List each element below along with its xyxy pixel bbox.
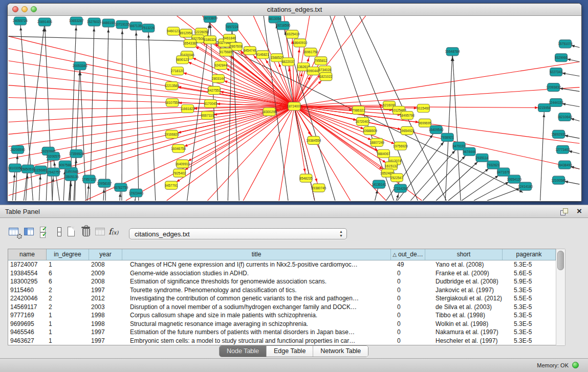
graph-node-label: 8471676 [497, 170, 510, 174]
graph-node-label: 12773403 [555, 148, 570, 151]
table-cell: 2 [47, 286, 89, 295]
column-header-pagerank[interactable]: pagerank [503, 249, 556, 260]
tab-node-table[interactable]: Node Table [220, 346, 267, 357]
create-column-button[interactable] [66, 225, 80, 239]
select-rows-button[interactable]: ✓ ✓ [38, 225, 52, 239]
show-columns-button[interactable] [23, 225, 37, 239]
memory-status-icon[interactable] [572, 362, 579, 368]
graph-node-label: 12444153 [549, 101, 563, 104]
table-row[interactable]: 1872400712008Changes of HCN gene express… [8, 260, 556, 269]
close-panel-icon[interactable]: × [577, 206, 582, 217]
window-titlebar[interactable]: citations_edges.txt [8, 4, 581, 16]
graph-node-label: 9115460 [417, 106, 430, 110]
graph-node-label: 9890121 [176, 58, 189, 61]
table-cell: 2012 [89, 294, 122, 303]
table-cell: 9777169 [8, 311, 47, 320]
table-header-row: namein_degreeyeartitle△out_de…shortpager… [8, 249, 556, 260]
table-cell: 19384554 [8, 269, 47, 278]
table-row[interactable]: 1830029562008Estimation of significance … [8, 277, 556, 286]
graph-node-label: 19384554 [307, 139, 321, 142]
graph-node-label: 8813054 [269, 17, 282, 20]
graph-node-label: 9460123 [167, 29, 180, 33]
table-cell: 1997 [89, 328, 122, 337]
merge-icon [57, 227, 61, 236]
table-panel-header: Table Panel × [0, 205, 588, 218]
delete-table-button[interactable] [94, 225, 108, 239]
table-cell: 0 [391, 320, 425, 329]
table-cell: Structural magnetic resonance image aver… [122, 320, 391, 329]
table-cell: 1 [47, 328, 89, 337]
table-row[interactable]: 1938455462009Genome-wide association stu… [8, 269, 556, 278]
column-header-name[interactable]: name [8, 249, 47, 260]
graph-node-label: 26206590 [10, 148, 25, 151]
table-cell: 0 [391, 286, 425, 295]
table-cell: Hescheler et al. (1997) [425, 337, 503, 345]
table-cell: 22420046 [8, 294, 47, 303]
graph-node-label: 20206576 [46, 155, 61, 158]
graph-node-label: 16409540 [429, 128, 444, 132]
table-cell: Wolkin et al. (1998) [425, 320, 503, 329]
function-builder-button[interactable]: f(x) [108, 225, 123, 239]
column-header-indegree[interactable]: in_degree [47, 249, 89, 260]
table-cell: 1998 [89, 320, 122, 329]
table-row[interactable]: 2242004622012Investigating the contribut… [8, 294, 556, 303]
table-cell: Corpus callosum shape and size in male p… [122, 311, 391, 320]
network-view-canvas[interactable]: 1872400794601238912954122260589327508165… [8, 16, 580, 201]
table-cell: 14569117 [8, 303, 47, 312]
graph-node-label: 17359924 [69, 152, 84, 156]
graph-node-label: 17334260 [393, 187, 408, 190]
delete-column-button[interactable] [80, 225, 94, 239]
graph-node-label: 16046758 [171, 147, 186, 150]
graph-node-label: 2803144 [212, 77, 225, 80]
graph-node-label: 16543382 [183, 41, 198, 45]
table-row[interactable]: 911546021997Tourette syndrome. Phenomeno… [8, 286, 556, 295]
window-title: citations_edges.txt [8, 6, 581, 13]
table-row[interactable]: 969969511998Structural magnetic resonanc… [8, 320, 556, 329]
tab-network-table[interactable]: Network Table [313, 346, 368, 357]
graph-node-label: 12226058 [194, 30, 209, 34]
table-cell: Estimation of significance thresholds fo… [122, 277, 391, 286]
table-row[interactable]: 946554611997Estimation of the future num… [8, 328, 556, 337]
table-cell: 9463627 [8, 337, 47, 345]
graph-node-label: 10958167 [97, 182, 112, 185]
table-cell: 0 [391, 294, 425, 303]
table-cell: 1998 [89, 311, 122, 320]
graph-node-label: 12213589 [164, 84, 179, 87]
table-cell: 1997 [89, 286, 122, 295]
column-header-title[interactable]: title [122, 249, 391, 260]
graph-node-label: 15892931 [551, 133, 566, 136]
graph-node-label: 6486160 [102, 21, 115, 25]
graph-node-label: 18107554 [165, 101, 180, 104]
tab-edge-table[interactable]: Edge Table [267, 346, 313, 357]
table-panel-body: ✓ ✓ f(x) citations_edges.txt ▲▼ namein_d… [0, 218, 588, 358]
table-cell: 5.3E-5 [503, 320, 556, 329]
table-cell: 5.6E-5 [503, 269, 556, 278]
column-header-year[interactable]: year [89, 249, 122, 260]
network-window: citations_edges.txt 18724007946012389129… [7, 3, 582, 202]
graph-node-label: 7513226 [142, 26, 155, 30]
graph-node-label: 18640910 [293, 41, 308, 45]
table-row[interactable]: 1456911722003Disruption of a novel membe… [8, 303, 556, 312]
table-select-dropdown[interactable]: citations_edges.txt ▲▼ [129, 228, 347, 239]
graph-node-label: 8912954 [180, 31, 193, 35]
graph-node-label: 8990448 [307, 69, 320, 73]
graph-node-label: 16409910 [175, 162, 190, 166]
float-panel-icon[interactable] [560, 208, 568, 215]
table-cell: 2 [47, 303, 89, 312]
scrollbar-thumb[interactable] [557, 251, 564, 270]
table-scrollbar[interactable] [556, 249, 565, 346]
table-icon [9, 228, 18, 235]
column-header-outde[interactable]: △out_de… [391, 249, 425, 260]
table-cell: Franke et al. (2009) [425, 269, 503, 278]
check-icon: ✓ [42, 232, 47, 237]
table-options-button[interactable] [8, 225, 22, 239]
column-header-short[interactable]: short [425, 249, 503, 260]
graph-node-label: 19380745 [311, 186, 326, 190]
graph-node-label: 18807249 [369, 141, 384, 144]
table-row[interactable]: 946362711997Embryonic stem cells: a mode… [8, 337, 556, 345]
table-cell: 5.5E-5 [503, 294, 556, 303]
table-cell: 2 [47, 294, 89, 303]
graph-node-label: 8454749 [244, 49, 257, 52]
graph-node-label: 9474444 [463, 150, 476, 154]
table-row[interactable]: 977716911998Corpus callosum shape and si… [8, 311, 556, 320]
